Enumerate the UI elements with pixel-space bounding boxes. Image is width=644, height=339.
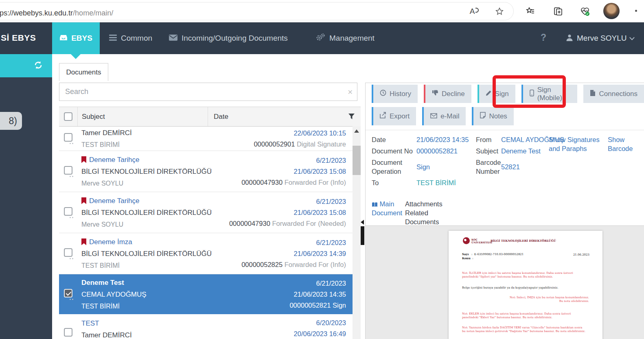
note-imza: Not: İmleci, İMZA için bu notun başına k… bbox=[510, 296, 589, 303]
email-button[interactable]: e-Mail bbox=[422, 107, 466, 125]
person-icon bbox=[566, 34, 573, 43]
panel-splitter-handle[interactable] bbox=[361, 226, 364, 245]
panel-collapse-icon[interactable] bbox=[361, 220, 364, 225]
row-date: 6/21/2023 bbox=[223, 237, 346, 248]
table-row[interactable]: Deneme İmza BİLGİ TEKNOLOJİLERİ DİREKTÖR… bbox=[59, 233, 353, 274]
nav-tab-management[interactable]: Management bbox=[315, 22, 375, 54]
favorite-star-icon[interactable] bbox=[493, 5, 506, 17]
tab-attachments[interactable]: Attachments bbox=[405, 199, 450, 208]
row-checkbox-checked[interactable] bbox=[64, 289, 72, 297]
address-bar[interactable]: https://webebys.ku.edu.tr/home/main/ bbox=[0, 2, 514, 20]
browser-essentials-icon[interactable] bbox=[579, 5, 591, 17]
export-button[interactable]: Export bbox=[372, 107, 416, 125]
connections-label: Connections bbox=[599, 90, 637, 98]
clock-icon bbox=[380, 90, 386, 98]
action-buttons-row-2: Export e-Mail Notes bbox=[372, 107, 514, 125]
tab-main-document[interactable]: Main Document bbox=[372, 199, 405, 217]
table-row[interactable]: Deneme Tarihçe BİLGİ TEKNOLOJİLERİ DİREK… bbox=[59, 192, 353, 233]
column-subject[interactable]: Subject bbox=[77, 107, 208, 126]
date-label: Date bbox=[372, 135, 416, 144]
sign-mobile-button[interactable]: Sign (Mobile) bbox=[521, 85, 578, 103]
list-scrollbar[interactable] bbox=[353, 126, 361, 339]
select-all-checkbox[interactable] bbox=[64, 112, 72, 121]
export-label: Export bbox=[390, 112, 410, 120]
user-name: Merve SOYLU bbox=[577, 34, 626, 43]
university-logo-icon bbox=[463, 237, 470, 244]
favorites-list-icon[interactable] bbox=[524, 5, 537, 17]
row-docno: 00000047930 bbox=[241, 179, 283, 186]
to-value[interactable]: TEST BİRİMİ bbox=[416, 178, 477, 187]
notes-label: Notes bbox=[489, 112, 507, 120]
row-title[interactable]: Deneme Tarihçe bbox=[89, 154, 139, 166]
row-checkbox[interactable] bbox=[64, 166, 72, 175]
connections-button[interactable]: Connections bbox=[583, 85, 644, 103]
row-date: 6/20/2023 bbox=[223, 317, 346, 328]
row-checkbox[interactable] bbox=[64, 133, 72, 142]
row-action: Digital Signature bbox=[295, 140, 346, 148]
nav-tab-documents[interactable]: Incoming/Outgoing Documents bbox=[169, 22, 288, 54]
user-menu[interactable]: Merve SOYLU bbox=[566, 22, 634, 54]
notes-button[interactable]: Notes bbox=[472, 107, 513, 125]
table-row[interactable]: Tamer DEMİRCİ TEST BİRİMİ 22/06/2023 10:… bbox=[59, 127, 353, 151]
read-aloud-icon[interactable]: A bbox=[468, 5, 480, 17]
row-title[interactable]: TEST bbox=[81, 317, 99, 329]
document-list: Subject Date Tamer DEMİRCİ TEST BİRİMİ 2… bbox=[59, 107, 361, 339]
history-label: History bbox=[390, 90, 411, 98]
scroll-up-arrow[interactable] bbox=[354, 129, 359, 133]
email-label: e-Mail bbox=[440, 112, 459, 120]
show-barcode-link[interactable]: Show Barcode bbox=[608, 135, 640, 153]
file-icon bbox=[590, 90, 596, 98]
table-row[interactable]: TEST Tamer DEMİRCİ 6/20/2023 20/06/2023 … bbox=[59, 314, 353, 339]
tab-related-documents[interactable]: Related Documents bbox=[405, 208, 450, 226]
sign-button[interactable]: Sign bbox=[478, 85, 515, 103]
table-row-selected[interactable]: Deneme Test CEMAL AYDOĞMUŞ TEST BİRİMİ 6… bbox=[59, 274, 353, 314]
help-icon[interactable]: ? bbox=[541, 32, 546, 43]
top-navbar: Sİ EBYS EBYS Common Incoming/Outgoing Do… bbox=[0, 22, 644, 54]
from-label: From bbox=[476, 135, 501, 144]
search-input[interactable] bbox=[59, 83, 357, 101]
tab-documents[interactable]: Documents bbox=[59, 63, 108, 81]
note-icon bbox=[480, 112, 486, 120]
refresh-icon[interactable] bbox=[33, 60, 43, 72]
decline-button[interactable]: Decline bbox=[424, 85, 471, 103]
row-name: CEMAL AYDOĞMUŞ bbox=[81, 289, 223, 300]
row-checkbox[interactable] bbox=[64, 207, 72, 216]
to-label: To bbox=[372, 178, 416, 187]
browser-profile-avatar[interactable] bbox=[603, 3, 620, 19]
barcode-label: Barcode Number bbox=[476, 158, 501, 176]
row-title[interactable]: Deneme Tarihçe bbox=[89, 195, 139, 207]
row-docno: 00000052825 bbox=[241, 261, 283, 268]
left-sidebar: 8) bbox=[0, 54, 52, 339]
row-title[interactable]: Deneme Test bbox=[81, 277, 124, 289]
filter-icon[interactable] bbox=[342, 113, 361, 120]
docno-value[interactable]: 00000052821 bbox=[416, 147, 477, 155]
column-date[interactable]: Date bbox=[208, 107, 342, 126]
browser-menu-icon[interactable] bbox=[635, 10, 637, 12]
decline-label: Decline bbox=[442, 90, 465, 98]
document-details: Date 21/06/2023 14:35 Document No 000000… bbox=[366, 130, 644, 197]
nav-tab-common-label: Common bbox=[121, 34, 152, 43]
url-text[interactable]: https://webebys.ku.edu.tr/home/main/ bbox=[0, 9, 113, 17]
nav-tab-ebys[interactable]: EBYS bbox=[52, 22, 100, 54]
history-button[interactable]: History bbox=[372, 85, 418, 103]
note-ekler: Not: EKLER için imleci bu satırın başına… bbox=[462, 312, 586, 319]
show-signatures-link[interactable]: Show Signatures and Paraphs bbox=[549, 135, 607, 153]
scrollbar-thumb[interactable] bbox=[353, 146, 361, 175]
pencil-icon bbox=[486, 90, 492, 98]
row-checkbox[interactable] bbox=[64, 328, 72, 337]
nav-tab-common[interactable]: Common bbox=[109, 22, 152, 54]
row-action: Forwarded For (Info) bbox=[283, 179, 346, 186]
row-checkbox[interactable] bbox=[64, 248, 72, 257]
sidebar-header bbox=[0, 54, 52, 77]
row-sub: Merve SOYLU bbox=[81, 177, 223, 189]
app-logo: Sİ EBYS bbox=[1, 33, 36, 43]
menu-bars-icon bbox=[109, 34, 117, 43]
row-name: BİLGİ TEKNOLOJİLERİ DİREKTÖRLÜĞÜ bbox=[81, 248, 223, 260]
clear-search-icon[interactable]: ✕ bbox=[348, 88, 353, 96]
collections-icon[interactable] bbox=[552, 5, 564, 17]
browser-toolbar: https://webebys.ku.edu.tr/home/main/ A bbox=[0, 0, 644, 22]
table-row[interactable]: Deneme Tarihçe BİLGİ TEKNOLOJİLERİ DİREK… bbox=[59, 151, 353, 192]
row-title[interactable]: Deneme İmza bbox=[89, 236, 132, 248]
row-docno: 00000047930 bbox=[229, 220, 270, 227]
row-name: Tamer DEMİRCİ bbox=[81, 127, 223, 139]
